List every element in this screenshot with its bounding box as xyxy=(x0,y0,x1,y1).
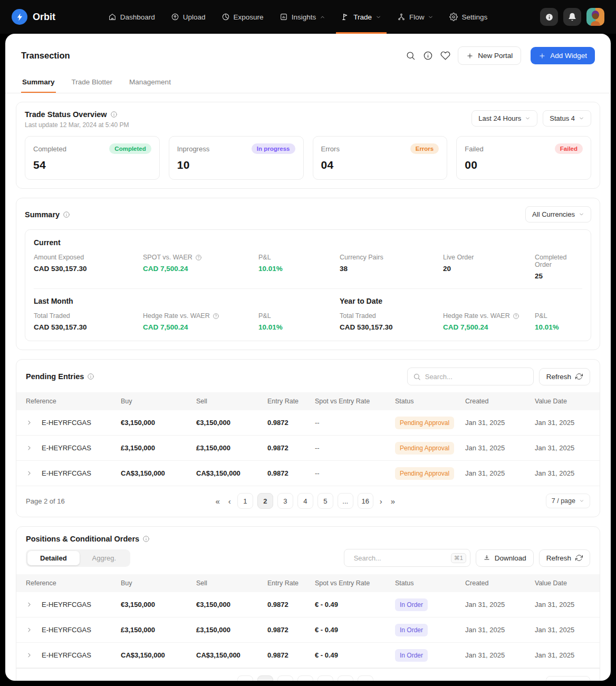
info-icon[interactable] xyxy=(142,535,150,543)
info-icon[interactable] xyxy=(87,373,94,380)
expand-row-icon[interactable] xyxy=(26,470,33,477)
toggle-detailed[interactable]: Detailed xyxy=(27,551,80,565)
info-icon[interactable] xyxy=(63,211,70,218)
orbit-logo-icon xyxy=(12,9,27,25)
add-widget-button[interactable]: Add Widget xyxy=(531,47,595,64)
cell-buy: £3,150,000 xyxy=(121,626,196,634)
next-page-button[interactable]: › xyxy=(378,679,384,681)
help-icon[interactable] xyxy=(213,313,219,320)
last-page-button[interactable]: » xyxy=(389,497,397,506)
info-button[interactable] xyxy=(540,8,558,26)
page-size-dropdown[interactable]: 7 / page xyxy=(546,494,590,508)
tab-trade-blotter[interactable]: Trade Blotter xyxy=(71,73,114,93)
status-badge: In Order xyxy=(395,624,428,636)
favorite-heart-icon[interactable] xyxy=(440,51,450,61)
refresh-icon xyxy=(575,373,583,380)
nav-item-exposure[interactable]: Exposure xyxy=(222,0,264,34)
first-page-button[interactable]: « xyxy=(213,497,222,506)
nav-item-dashboard[interactable]: Dashboard xyxy=(108,0,155,34)
info-icon[interactable] xyxy=(423,51,433,61)
prev-page-button[interactable]: ‹ xyxy=(226,497,233,506)
page-ellipsis[interactable]: ... xyxy=(338,493,353,509)
metric-value: 38 xyxy=(340,265,443,273)
nav-items: Dashboard Upload Exposure Insights Trade… xyxy=(108,0,487,34)
status-filter-dropdown[interactable]: Status 4 xyxy=(543,110,591,127)
page-button-16[interactable]: 16 xyxy=(358,493,373,509)
cell-entry-rate: 0.9872 xyxy=(267,651,315,659)
download-button[interactable]: Download xyxy=(476,549,534,567)
expand-row-icon[interactable] xyxy=(26,601,33,608)
page-button-4[interactable]: 4 xyxy=(297,675,313,681)
cell-buy: £3,150,000 xyxy=(121,444,196,452)
cell-spot: € - 0.49 xyxy=(315,651,395,659)
avatar[interactable] xyxy=(586,8,604,26)
cell-spot: € - 0.49 xyxy=(315,626,395,634)
page-button-2[interactable]: 2 xyxy=(257,493,273,509)
page-button-16[interactable]: 16 xyxy=(358,675,373,681)
tab-summary[interactable]: Summary xyxy=(21,73,56,93)
stat-card-failed: Failed Failed 00 xyxy=(456,136,591,180)
nav-item-upload[interactable]: Upload xyxy=(171,0,206,34)
page-button-5[interactable]: 5 xyxy=(317,675,333,681)
expand-row-icon[interactable] xyxy=(26,445,33,451)
new-portal-label: New Portal xyxy=(478,52,513,60)
page-size-value: 7 / page xyxy=(552,497,575,505)
page-button-1[interactable]: 1 xyxy=(237,493,253,509)
page-button-3[interactable]: 3 xyxy=(277,493,293,509)
pending-refresh-button[interactable]: Refresh xyxy=(539,368,590,385)
col-status: Status xyxy=(395,579,465,587)
help-icon[interactable] xyxy=(513,313,519,320)
cell-value-date: Jan 31, 2025 xyxy=(535,626,590,634)
prev-page-button[interactable]: ‹ xyxy=(226,679,233,681)
nav-item-trade[interactable]: Trade xyxy=(341,0,381,34)
cell-spot: -- xyxy=(315,419,395,427)
page-button-2[interactable]: 2 xyxy=(257,675,273,681)
positions-search-input[interactable] xyxy=(354,554,447,562)
gear-icon xyxy=(449,13,458,21)
new-portal-button[interactable]: New Portal xyxy=(458,46,521,65)
chevron-down-icon xyxy=(525,115,531,121)
last-month-heading: Last Month xyxy=(34,297,143,305)
tab-management[interactable]: Management xyxy=(128,73,172,93)
positions-refresh-button[interactable]: Refresh xyxy=(539,549,590,567)
toggle-aggregated[interactable]: Aggreg. xyxy=(80,551,129,565)
status-badge: In Order xyxy=(395,649,428,662)
metric-live-order: Live Order 20 xyxy=(443,254,535,280)
trade-status-section: Trade Status Overview Last update 12 Mar… xyxy=(16,102,600,189)
col-created: Created xyxy=(465,579,535,587)
last-update-text: Last update 12 Mar, 2024 at 5:40 PM xyxy=(25,121,129,129)
next-page-button[interactable]: › xyxy=(378,497,384,506)
metric-value: CAD 530,157.30 xyxy=(34,323,143,331)
period-filter-dropdown[interactable]: Last 24 Hours xyxy=(471,110,537,127)
expand-row-icon[interactable] xyxy=(26,626,33,633)
nav-item-flow[interactable]: Flow xyxy=(397,0,434,34)
page-button-4[interactable]: 4 xyxy=(297,493,313,509)
info-icon[interactable] xyxy=(110,111,118,118)
last-page-button[interactable]: » xyxy=(389,679,397,681)
metric-value: 10.01% xyxy=(535,323,582,331)
cell-sell: £3,150,000 xyxy=(196,444,267,452)
nav-item-insights[interactable]: Insights xyxy=(280,0,326,34)
cell-sell: £3,150,000 xyxy=(196,626,267,634)
metric-label: Total Traded xyxy=(340,312,443,320)
pending-search-input[interactable] xyxy=(425,373,528,381)
nav-item-settings[interactable]: Settings xyxy=(449,0,487,34)
page-button-3[interactable]: 3 xyxy=(277,675,293,681)
expand-row-icon[interactable] xyxy=(26,652,33,659)
status-badge: In progress xyxy=(252,143,295,154)
notifications-button[interactable] xyxy=(563,8,581,26)
brand-name: Orbit xyxy=(33,12,55,23)
help-icon[interactable] xyxy=(195,254,202,261)
page-ellipsis[interactable]: ... xyxy=(338,675,353,681)
metric-lm-total-traded: Total Traded CAD 530,157.30 xyxy=(34,312,143,331)
page-size-dropdown[interactable]: 7 / page xyxy=(546,676,590,681)
search-icon[interactable] xyxy=(406,51,416,61)
currency-filter-dropdown[interactable]: All Currencies xyxy=(525,206,591,223)
page-button-5[interactable]: 5 xyxy=(317,493,333,509)
page-button-1[interactable]: 1 xyxy=(237,675,253,681)
brand[interactable]: Orbit xyxy=(12,0,55,34)
first-page-button[interactable]: « xyxy=(213,679,222,681)
expand-row-icon[interactable] xyxy=(26,419,33,426)
cell-sell: CA$3,150,000 xyxy=(196,651,267,659)
status-badge: Errors xyxy=(410,143,439,154)
